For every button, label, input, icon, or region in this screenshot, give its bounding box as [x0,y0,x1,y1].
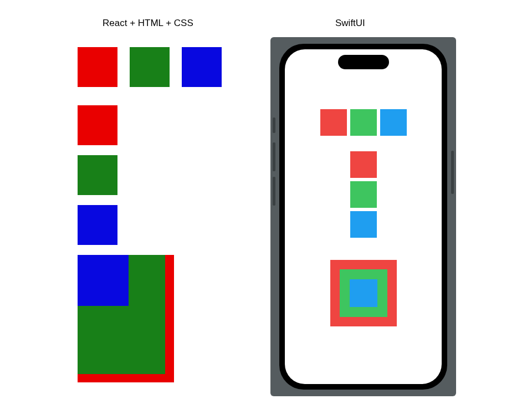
comparison-container [0,0,532,399]
web-red-square [78,47,117,87]
web-zstack-blue-layer [78,255,129,306]
ios-blue-square [350,211,377,238]
swiftui-panel [266,0,532,399]
web-green-square [130,47,170,87]
web-green-square [78,155,117,195]
phone-volume-down-button [273,177,275,206]
ios-green-square [350,109,377,136]
ios-hstack-row [320,109,407,136]
ios-blue-square [380,109,407,136]
web-blue-square [78,205,117,245]
ios-zstack-blue-layer [350,279,377,307]
phone-side-button [273,117,275,133]
phone-frame [279,44,447,390]
ios-green-square [350,181,377,208]
ios-red-square [320,109,347,136]
ios-zstack [330,260,397,326]
web-red-square [78,105,117,145]
web-vstack-column [78,105,117,245]
phone-screen [285,49,442,384]
ios-red-square [350,151,377,178]
web-blue-square [182,47,222,87]
phone-power-button [451,151,454,194]
phone-volume-up-button [273,142,275,171]
web-hstack-row [78,47,222,87]
ios-vstack-column [350,151,377,238]
web-zstack [78,255,174,382]
react-panel [0,0,266,399]
phone-dynamic-island [338,55,389,69]
phone-background [270,37,456,396]
